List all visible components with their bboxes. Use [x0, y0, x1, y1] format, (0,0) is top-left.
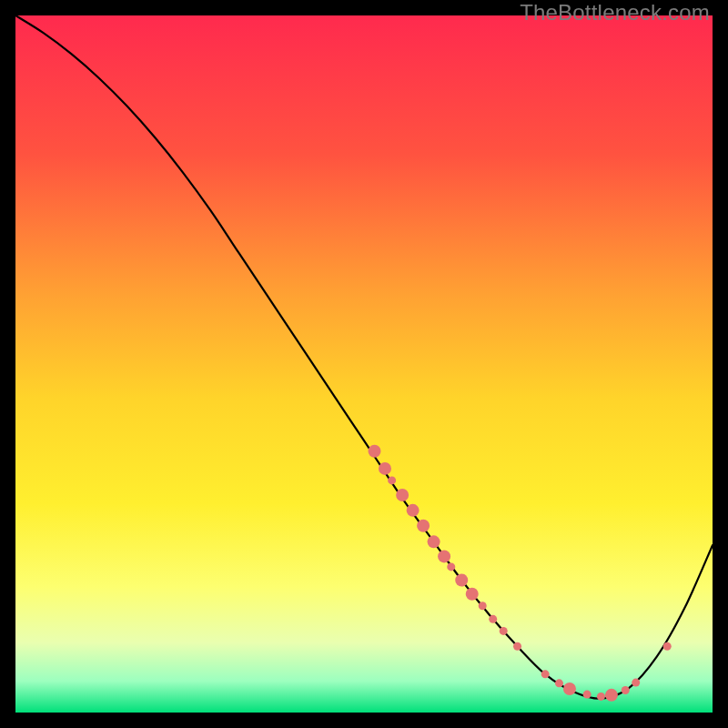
curve-marker [479, 602, 487, 610]
curve-marker [388, 476, 396, 484]
curve-marker [438, 550, 450, 562]
curve-marker [663, 642, 672, 651]
chart-stage: TheBottleneck.com [0, 0, 728, 728]
curve-marker [455, 573, 468, 586]
curve-marker [368, 445, 380, 458]
curve-marker [597, 693, 605, 701]
curve-marker [513, 642, 521, 651]
curve-marker [563, 682, 576, 695]
watermark-text: TheBottleneck.com [520, 0, 710, 25]
curve-marker [379, 462, 391, 475]
curve-marker [500, 627, 508, 635]
curve-marker [632, 679, 640, 687]
curve-marker [622, 686, 630, 694]
curve-marker [541, 670, 550, 678]
curve-marker [605, 689, 618, 702]
curve-marker [407, 504, 420, 517]
curve-layer [15, 15, 713, 713]
curve-marker [583, 691, 592, 699]
curve-marker [428, 535, 440, 548]
curve-marker [555, 679, 563, 687]
curve-marker [447, 562, 455, 571]
curve-marker [489, 615, 497, 623]
curve-marker [466, 588, 479, 601]
plot-area [15, 15, 713, 713]
marker-group [368, 445, 671, 702]
curve-marker [396, 489, 409, 501]
curve-marker [417, 520, 430, 532]
bottleneck-curve [15, 15, 713, 699]
